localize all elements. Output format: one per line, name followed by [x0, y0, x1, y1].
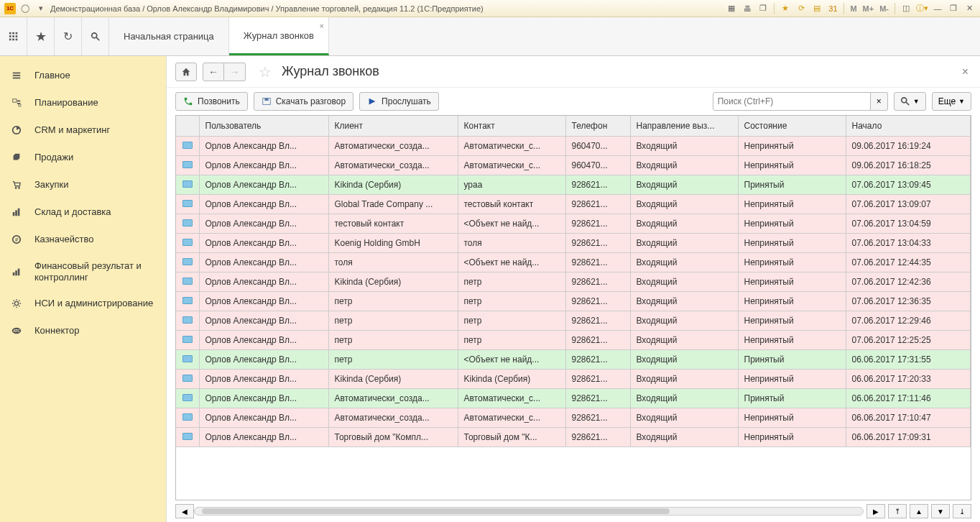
- window-restore[interactable]: ❐: [947, 3, 960, 14]
- col-header-3[interactable]: Телефон: [565, 116, 630, 136]
- tb-calendar-icon[interactable]: 31: [826, 3, 839, 14]
- tab-home[interactable]: Начальная страница: [109, 17, 229, 55]
- col-header-2[interactable]: Контакт: [458, 116, 565, 136]
- search-clear-button[interactable]: ×: [871, 92, 888, 111]
- cell-user: Орлов Александр Вл...: [199, 408, 328, 427]
- table-row[interactable]: Орлов Александр Вл...Kikinda (Сербия)Kik…: [176, 369, 971, 388]
- table-row[interactable]: Орлов Александр Вл...толя<Объект не найд…: [176, 252, 971, 272]
- cart-icon: [10, 178, 23, 191]
- history-icon[interactable]: ↻: [55, 17, 82, 55]
- table-row[interactable]: Орлов Александр Вл...Koenig Holding GmbH…: [176, 233, 971, 252]
- tb-star-icon[interactable]: ★: [779, 3, 792, 14]
- tb-m-btn[interactable]: M: [849, 4, 858, 13]
- tb-history-icon[interactable]: ⟳: [795, 3, 808, 14]
- sidebar-item-6[interactable]: ₽Казначейство: [0, 226, 166, 253]
- favorites-icon[interactable]: ★: [27, 17, 55, 55]
- scroll-bottom-button[interactable]: ⤓: [953, 504, 971, 518]
- cell-state: Непринятый: [738, 194, 846, 214]
- nav-back-button[interactable]: ←: [203, 63, 224, 81]
- tb-doc-icon[interactable]: ▦: [725, 3, 738, 14]
- cell-phone: 928621...: [565, 388, 630, 408]
- cell-phone: 928621...: [565, 427, 630, 447]
- crm-icon: [10, 124, 23, 137]
- svg-rect-11: [13, 73, 21, 74]
- col-icon[interactable]: [176, 116, 199, 136]
- search-icon[interactable]: [82, 17, 109, 55]
- hscroll-thumb[interactable]: [202, 508, 670, 514]
- scroll-top-button[interactable]: ⤒: [888, 504, 907, 518]
- star-icon[interactable]: ☆: [259, 63, 272, 81]
- tab-close-icon[interactable]: ×: [320, 22, 324, 30]
- col-header-5[interactable]: Состояние: [738, 116, 846, 136]
- tb-panels-icon[interactable]: ◫: [900, 3, 912, 14]
- sidebar-item-1[interactable]: Планирование: [0, 89, 166, 116]
- sidebar-item-label: НСИ и администрирование: [34, 298, 156, 309]
- tb-print-icon[interactable]: 🖶: [741, 3, 754, 14]
- sales-icon: [10, 151, 23, 164]
- table-row[interactable]: Орлов Александр Вл...Автоматически_созда…: [176, 155, 971, 175]
- table-row[interactable]: Орлов Александр Вл...Автоматически_созда…: [176, 388, 971, 408]
- table-row[interactable]: Орлов Александр Вл...Автоматически_созда…: [176, 136, 971, 155]
- table-row[interactable]: Орлов Александр Вл...петрпетр928621...Вх…: [176, 330, 971, 349]
- cell-start: 07.06.2017 13:09:07: [846, 194, 971, 214]
- cell-state: Непринятый: [738, 233, 846, 252]
- cell-start: 06.06.2017 17:20:33: [846, 369, 971, 388]
- scroll-up-button[interactable]: ▲: [910, 504, 928, 518]
- col-header-4[interactable]: Направление выз...: [630, 116, 738, 136]
- separator: [843, 3, 844, 14]
- hscroll-track[interactable]: [194, 507, 864, 516]
- table-row[interactable]: Орлов Александр Вл...Автоматически_созда…: [176, 408, 971, 427]
- hscroll-right[interactable]: ▶: [866, 504, 885, 518]
- sidebar-item-0[interactable]: Главное: [0, 62, 166, 89]
- close-page-icon[interactable]: ×: [959, 65, 971, 78]
- table-row[interactable]: Орлов Александр Вл...петрпетр928621...Вх…: [176, 291, 971, 311]
- col-header-6[interactable]: Начало: [846, 116, 971, 136]
- table-row[interactable]: Орлов Александр Вл...петр<Объект не найд…: [176, 349, 971, 369]
- apps-icon[interactable]: [0, 17, 27, 55]
- sidebar-item-5[interactable]: Склад и доставка: [0, 198, 166, 226]
- table-row[interactable]: Орлов Александр Вл...Торговый дом "Компл…: [176, 427, 971, 447]
- table-row[interactable]: Орлов Александр Вл...тестовый контакт<Об…: [176, 214, 971, 233]
- row-icon: [176, 427, 199, 447]
- tb-mplus-btn[interactable]: M+: [861, 4, 876, 13]
- cell-client: Kikinda (Сербия): [328, 272, 458, 291]
- cell-start: 07.06.2017 12:29:46: [846, 311, 971, 330]
- col-header-1[interactable]: Клиент: [328, 116, 458, 136]
- col-header-0[interactable]: Пользователь: [199, 116, 328, 136]
- nav-forward-button[interactable]: →: [224, 63, 246, 81]
- more-button[interactable]: Еще ▼: [932, 92, 971, 111]
- search-input[interactable]: [713, 92, 871, 111]
- listen-button[interactable]: Прослушать: [359, 92, 439, 111]
- table-row[interactable]: Орлов Александр Вл...Kikinda (Сербия)ура…: [176, 175, 971, 194]
- tb-info-icon[interactable]: ⓘ▾: [915, 3, 928, 14]
- sidebar-item-2[interactable]: CRM и маркетинг: [0, 116, 166, 144]
- table-row[interactable]: Орлов Александр Вл...Kikinda (Сербия)пет…: [176, 272, 971, 291]
- scroll-down-button[interactable]: ▼: [931, 504, 950, 518]
- tab-calllog[interactable]: Журнал звонков ×: [229, 17, 329, 55]
- cell-state: Непринятый: [738, 136, 846, 155]
- sidebar-item-4[interactable]: Закупки: [0, 171, 166, 198]
- tb-calc-icon[interactable]: ▤: [810, 3, 823, 14]
- window-minimize[interactable]: —: [931, 3, 944, 14]
- titlebar-circle-icon[interactable]: ◯: [19, 3, 32, 14]
- table-wrap[interactable]: ПользовательКлиентКонтактТелефонНаправле…: [175, 115, 971, 500]
- call-button[interactable]: Позвонить: [175, 92, 248, 111]
- window-close[interactable]: ✕: [963, 3, 976, 14]
- table-row[interactable]: Орлов Александр Вл...Global Trade Compan…: [176, 194, 971, 214]
- cell-phone: 928621...: [565, 369, 630, 388]
- cell-user: Орлов Александр Вл...: [199, 136, 328, 155]
- tb-copy-icon[interactable]: ❐: [757, 3, 769, 14]
- sidebar-item-8[interactable]: НСИ и администрирование: [0, 290, 166, 317]
- titlebar-dropdown-icon[interactable]: ▾: [34, 3, 47, 14]
- search-dropdown-button[interactable]: ▼: [894, 92, 926, 111]
- cell-dir: Входящий: [630, 408, 738, 427]
- sidebar-item-3[interactable]: Продажи: [0, 144, 166, 171]
- sidebar-item-9[interactable]: ATCКоннектор: [0, 317, 166, 344]
- hscroll-left[interactable]: ◀: [175, 504, 194, 518]
- cell-dir: Входящий: [630, 175, 738, 194]
- sidebar-item-7[interactable]: Финансовый результат и контроллинг: [0, 253, 166, 290]
- table-row[interactable]: Орлов Александр Вл...петрпетр928621...Вх…: [176, 311, 971, 330]
- tb-mminus-btn[interactable]: M-: [878, 4, 890, 13]
- home-button[interactable]: [175, 63, 197, 81]
- download-button[interactable]: Скачать разговор: [254, 92, 353, 111]
